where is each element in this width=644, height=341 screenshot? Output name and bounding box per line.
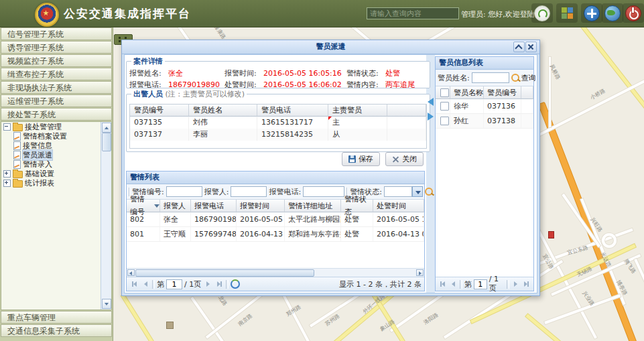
checkbox-icon[interactable] [440,88,449,97]
table-row[interactable]: 徐华 037136 [436,99,533,114]
scroll-up-icon[interactable] [102,123,111,133]
refresh-icon[interactable] [231,279,240,289]
close-icon[interactable] [525,42,537,52]
status-combo[interactable] [384,186,423,197]
sidebar-section-ops[interactable]: 运维管理子系统 [1,94,112,107]
scroll-left-icon[interactable] [127,269,135,276]
officer-name-input[interactable] [472,72,509,83]
tree-node-alarm-info[interactable]: 接警信息 [1,141,111,150]
map-globe-button[interactable] [602,3,623,23]
officer-search-button[interactable]: 查询 [511,73,536,83]
dialog-body: 案件详情 报警姓名: 张全 报警时间: 2016-05-05 16:05:16 … [124,54,537,293]
table-row[interactable]: 801 王守顺 15769974813 2016-04-13 12:... 郑和… [127,227,424,242]
tree-node-basic-settings[interactable]: 基础设置 [1,169,111,178]
checkbox-icon[interactable] [440,117,449,125]
sidebar-section-inspection[interactable]: 缉查布控子系统 [1,68,112,80]
tree-node-statistics[interactable]: 统计报表 [1,178,111,188]
move-left-icon[interactable] [428,98,434,106]
folder-icon [13,180,23,188]
move-right-icon[interactable] [428,113,434,121]
first-page-icon[interactable] [129,279,139,289]
scroll-thumb[interactable] [135,269,314,277]
sidebar-section-offsite[interactable]: 非现场执法子系统 [1,81,112,94]
sidebar-section-key-vehicles[interactable]: 重点车辆管理 [1,311,112,324]
next-page-icon[interactable] [511,279,520,289]
row-select-cell[interactable] [436,99,450,113]
add-button[interactable] [581,3,602,23]
save-button[interactable]: 保存 [342,152,380,166]
tree-node-root[interactable]: 接处警管理 [1,122,111,131]
logout-button[interactable] [623,3,644,23]
column-header-sorted[interactable]: 警情编号 [127,200,160,212]
last-page-icon[interactable] [214,279,224,289]
column-header[interactable]: 报警人 [160,200,191,212]
pager-status: 显示 1 - 2 条，共计 2 条 [339,279,422,289]
incident-panel-title: 警情列表 [127,172,424,184]
column-header[interactable]: 警员名称 [450,86,484,99]
checkbox-icon[interactable] [440,102,449,111]
cell[interactable]: 从 [328,129,387,141]
column-header[interactable]: 报警时间 [237,200,285,212]
sidebar-section-dispatch[interactable]: 接处警子系统 [1,108,112,121]
tree-node-incident-entry[interactable]: 警情录入 [1,159,111,169]
filter-label: 报警人: [204,187,229,197]
column-header[interactable]: 处警时间 [373,200,424,212]
column-header[interactable]: 警员编号 [130,105,189,117]
header-search-input[interactable] [367,7,459,19]
case-details-legend: 案件详情 [133,57,163,66]
chevron-down-icon[interactable] [412,186,423,197]
column-header[interactable]: 主责警员 [328,105,387,117]
table-row[interactable]: 802 张全 18679019890 2016-05-05 16:... 太平北… [127,212,424,227]
last-page-icon[interactable] [522,279,531,289]
dialog-titlebar[interactable]: 警员派遣 [122,40,539,54]
phone-input[interactable] [303,186,344,197]
column-header[interactable]: 警情详细地址 [285,200,341,212]
collapse-icon[interactable] [513,42,525,52]
tree-node-officer-dispatch[interactable]: 警员派遣 [1,150,111,159]
sidebar-section-traffic-collection[interactable]: 交通信息采集子系统 [1,324,112,337]
cell: 037136 [484,99,521,113]
column-header[interactable]: 警员姓名 [189,105,257,117]
tree-node-archive-settings[interactable]: 警情档案设置 [1,131,111,141]
first-page-icon[interactable] [438,279,447,289]
select-all-cell[interactable] [436,86,450,99]
collapse-minus-icon[interactable] [3,123,11,131]
scroll-thumb[interactable] [102,133,111,151]
status-select-input[interactable] [384,186,412,197]
add-icon [584,5,600,21]
expand-plus-icon[interactable] [3,170,11,178]
scroll-right-icon[interactable] [416,269,424,276]
recycle-button[interactable] [531,3,553,23]
apps-grid-button[interactable] [556,3,578,23]
column-header[interactable]: 警员编号 [484,86,521,99]
table-row[interactable]: 037137 李丽 13215814235 从 [130,129,426,141]
prev-page-icon[interactable] [449,279,458,289]
column-header[interactable]: 警情状态 [341,200,373,212]
search-icon [511,74,519,82]
prev-page-icon[interactable] [141,279,150,289]
next-page-icon[interactable] [203,279,212,289]
sidebar-section-guidance[interactable]: 诱导管理子系统 [1,41,112,54]
page-number-input[interactable] [474,279,487,289]
sidebar-section-video[interactable]: 视频监控子系统 [1,54,112,67]
horizontal-scrollbar[interactable] [127,268,424,277]
row-select-cell[interactable] [436,114,450,128]
dialog-actions: 保存 关闭 [126,152,424,166]
table-row[interactable]: 孙红 037138 [436,114,533,129]
incident-id-input[interactable] [166,186,202,197]
sidebar-section-signal[interactable]: 信号管理子系统 [1,27,112,40]
grid-empty-area [436,129,533,277]
tree-scrollbar[interactable] [101,122,111,310]
column-header[interactable]: 报警电话 [191,200,237,212]
expand-plus-icon[interactable] [3,180,11,187]
table-row[interactable]: 037135 刘伟 13615131717 主 [130,117,426,129]
dirty-cell-marker [328,117,332,120]
page-number-input[interactable] [166,279,182,289]
app-root: 公安交通集成指挥平台 管理员: 您好,欢迎登陆使用 [0,0,644,341]
scroll-down-icon[interactable] [102,299,111,309]
column-header[interactable]: 警员电话 [257,105,328,117]
cell: 802 [127,212,160,226]
close-button[interactable]: 关闭 [385,152,424,166]
reporter-input[interactable] [231,186,267,197]
cell[interactable]: 主 [328,117,387,129]
